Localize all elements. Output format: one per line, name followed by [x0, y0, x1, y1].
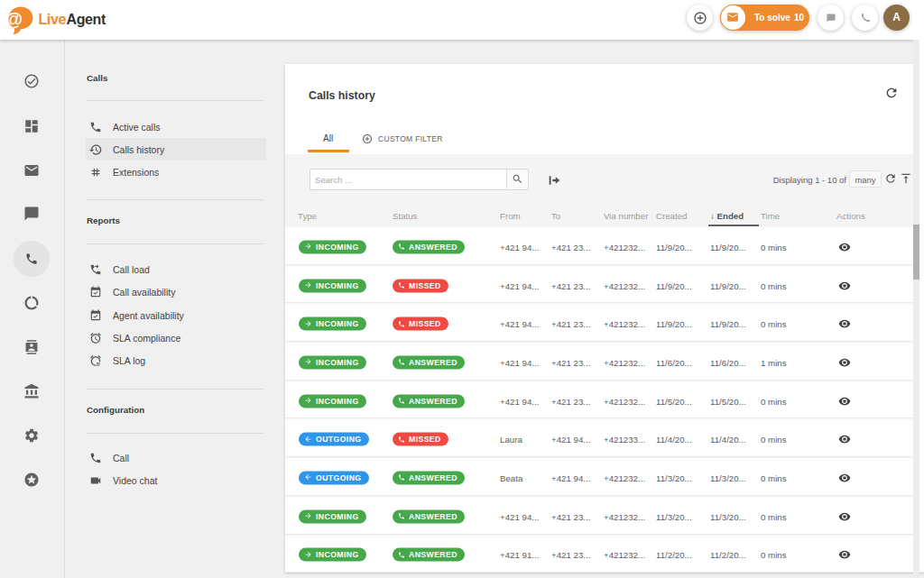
svg-text:Agent: Agent [67, 12, 106, 27]
svg-text:@: @ [5, 9, 23, 29]
svg-text:Live: Live [39, 12, 67, 27]
